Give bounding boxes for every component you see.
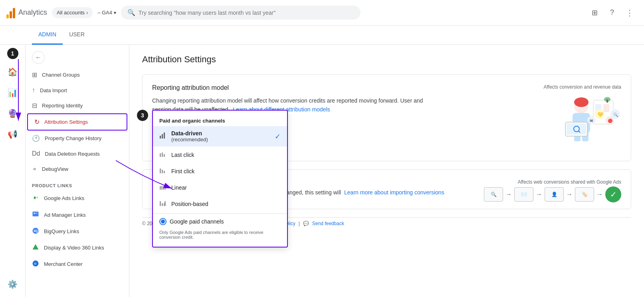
nav-advertise-icon[interactable]: 📢 <box>3 125 22 144</box>
content-area: Attribution Settings Reporting attributi… <box>129 45 644 297</box>
debugview-label: DebugView <box>42 166 68 172</box>
all-accounts-pill[interactable]: All accounts › <box>52 7 93 18</box>
svg-text:🔴: 🔴 <box>608 118 613 123</box>
chevron-right-icon: › <box>86 10 88 16</box>
svg-rect-36 <box>160 153 161 157</box>
reporting-attribution-card: Reporting attribution model Affects conv… <box>142 74 631 161</box>
nav-explore-icon[interactable]: 🔮 <box>3 104 22 123</box>
sidebar-item-property-change-history[interactable]: 🕐 Property Change History <box>26 131 129 146</box>
dv360-label: Display & Video 360 Links <box>44 245 104 251</box>
svg-text:💛: 💛 <box>597 111 603 117</box>
svg-rect-42 <box>160 186 161 190</box>
attribution-settings-label: Attribution Settings <box>44 119 88 125</box>
svg-point-17 <box>574 97 589 107</box>
dropdown-section-header: Paid and organic channels <box>153 114 287 126</box>
checkmark-icon: ✓ <box>275 132 281 141</box>
bigquery-label: BigQuery Links <box>44 228 79 234</box>
svg-rect-15 <box>606 99 608 103</box>
svg-rect-46 <box>160 201 161 206</box>
sidebar-item-merchant[interactable]: M Merchant Center <box>26 256 129 272</box>
sidebar-item-channel-groups[interactable]: ⊞ Channel Groups <box>26 67 129 83</box>
sidebar-item-debugview[interactable]: ⚬ DebugView <box>26 161 129 177</box>
gpaid-note: Only Google Ads paid channels are eligib… <box>153 229 287 244</box>
svg-rect-39 <box>160 168 161 173</box>
card2-learn-link[interactable]: Learn more about importing conversions <box>344 189 444 196</box>
data-driven-text: Data-driven (recommended) <box>171 130 270 143</box>
all-accounts-label: All accounts <box>57 10 85 16</box>
search-bar[interactable]: 🔍 <box>121 6 361 20</box>
sidebar-item-dv360[interactable]: Display & Video 360 Links <box>26 240 129 256</box>
bigquery-icon: BQ <box>32 227 39 236</box>
tab-user[interactable]: USER <box>63 26 91 45</box>
data-import-icon: ↑ <box>32 87 35 94</box>
dropdown-item-data-driven[interactable]: Data-driven (recommended) ✓ <box>153 126 287 147</box>
ad-manager-label: Ad Manager Links <box>44 212 86 218</box>
svg-rect-40 <box>162 170 163 173</box>
sidebar-item-data-deletion[interactable]: Dd Data Deletion Requests <box>26 146 129 161</box>
dropdown-item-linear[interactable]: Linear <box>153 179 287 196</box>
first-click-icon <box>159 167 166 175</box>
chevron-down-icon: ▾ <box>114 10 116 16</box>
left-nav: 1 🏠 📊 🔮 📢 ⚙️ <box>0 45 26 297</box>
sidebar-item-google-ads[interactable]: Google Ads Links <box>26 190 129 206</box>
feedback-icon: 💬 <box>303 221 309 226</box>
nav-reports-icon[interactable]: 📊 <box>3 83 22 102</box>
logo-area: Analytics <box>6 7 47 18</box>
back-button[interactable]: ← <box>32 51 45 64</box>
svg-rect-44 <box>163 186 164 190</box>
data-import-label: Data Import <box>40 87 67 93</box>
svg-rect-45 <box>164 186 166 190</box>
sidebar-item-reporting-identity[interactable]: ⊟ Reporting Identity <box>26 98 129 113</box>
svg-text:🔍: 🔍 <box>613 112 618 117</box>
illustration-area: 💛 🔴 ✉ 🔍 <box>541 84 621 156</box>
sidebar-item-ad-manager[interactable]: Ad Manager Links <box>26 206 129 223</box>
nav-home-icon[interactable]: 🏠 <box>3 62 22 81</box>
svg-rect-35 <box>164 133 165 139</box>
logo-icon <box>6 7 15 18</box>
dropdown-gpaid-row[interactable]: Google paid channels <box>153 214 287 229</box>
merchant-label: Merchant Center <box>44 261 83 267</box>
svg-rect-2 <box>36 213 38 214</box>
svg-rect-22 <box>567 123 586 135</box>
feedback-link[interactable]: Send feedback <box>312 221 344 226</box>
svg-rect-49 <box>164 201 166 206</box>
nav-settings-icon[interactable]: ⚙️ <box>3 275 22 294</box>
svg-text:BQ: BQ <box>34 230 38 233</box>
dropdown-item-first-click[interactable]: First click <box>153 163 287 179</box>
more-icon[interactable]: ⋮ <box>622 5 638 21</box>
dropdown-item-last-click[interactable]: Last click <box>153 147 287 163</box>
channel-groups-label: Channel Groups <box>42 72 80 78</box>
sidebar-item-bigquery[interactable]: BQ BigQuery Links <box>26 223 129 240</box>
attribution-icon: ↻ <box>34 118 40 126</box>
svg-rect-34 <box>162 134 163 139</box>
topbar: Analytics All accounts › – GA4 ▾ 🔍 ⊞ ? ⋮ <box>0 0 644 26</box>
svg-rect-43 <box>161 186 162 190</box>
sidebar-item-data-import[interactable]: ↑ Data Import <box>26 83 129 98</box>
deletion-label: Data Deletion Requests <box>45 151 99 157</box>
google-ads-icon <box>32 194 39 202</box>
conversion-diagram: 🔍 → ✉️ → 👤 → 🏷️ → ✓ <box>484 186 621 202</box>
radio-button <box>159 218 166 225</box>
position-based-icon <box>159 200 166 208</box>
search-icon: 🔍 <box>127 9 135 16</box>
sidebar-panel: ← ⊞ Channel Groups ↑ Data Import ⊟ Repor… <box>26 45 129 297</box>
dropdown-item-position-based[interactable]: Position-based <box>153 196 287 212</box>
card1-title: Reporting attribution model <box>152 84 229 91</box>
card2-note: Affects web conversions shared with Goog… <box>518 179 621 185</box>
svg-rect-41 <box>164 171 165 173</box>
dv360-icon <box>32 244 39 252</box>
tab-admin[interactable]: ADMIN <box>32 26 63 45</box>
help-icon[interactable]: ? <box>604 5 620 21</box>
sidebar-item-attribution-settings[interactable]: 2 ↻ Attribution Settings <box>27 113 127 131</box>
svg-rect-47 <box>162 203 163 206</box>
grid-icon[interactable]: ⊞ <box>587 5 602 21</box>
svg-text:M: M <box>34 262 36 265</box>
search-input[interactable] <box>139 10 354 16</box>
data-driven-icon <box>159 132 166 141</box>
svg-rect-38 <box>164 154 165 157</box>
app-title: Analytics <box>18 8 47 17</box>
page-title: Attribution Settings <box>142 54 631 65</box>
property-selector[interactable]: – GA4 ▾ <box>97 10 116 16</box>
reporting-identity-icon: ⊟ <box>32 102 37 109</box>
last-click-icon <box>159 150 166 159</box>
